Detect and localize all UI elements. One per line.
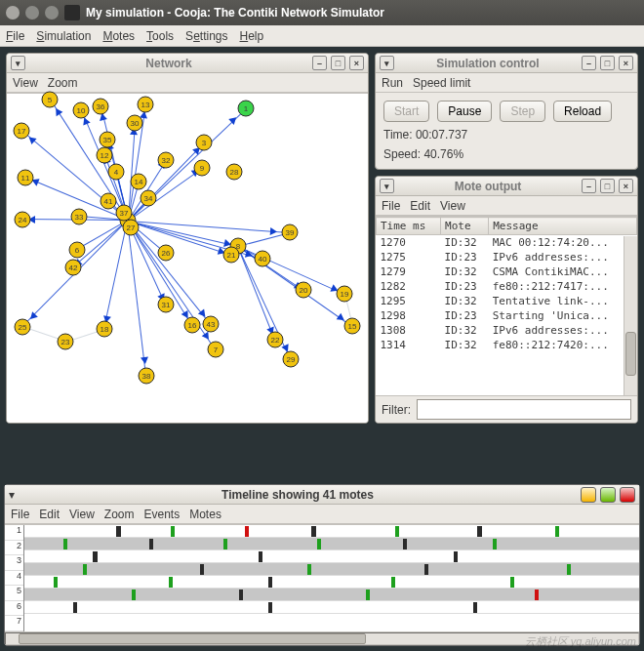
network-node[interactable]: 17 [14, 123, 30, 140]
network-node[interactable]: 6 [69, 242, 86, 259]
network-node[interactable]: 35 [100, 132, 116, 148]
tl-menu-zoom[interactable]: Zoom [104, 508, 135, 521]
network-menu-view[interactable]: View [13, 76, 38, 90]
menu-simulation[interactable]: Simulation [36, 29, 91, 43]
network-node[interactable]: 3 [196, 135, 213, 151]
network-canvas[interactable]: 1234567891011121314151617181920212223242… [7, 93, 368, 423]
minimize-icon[interactable]: – [312, 56, 327, 70]
filter-input[interactable] [417, 399, 631, 420]
pause-button[interactable]: Pause [437, 101, 492, 122]
mote-menu-view[interactable]: View [440, 199, 465, 213]
sim-menu-run[interactable]: Run [382, 76, 403, 90]
network-node[interactable]: 41 [101, 193, 117, 210]
menu-file[interactable]: File [6, 29, 24, 43]
panel-menu-icon[interactable]: ▾ [11, 56, 25, 70]
network-node[interactable]: 24 [15, 212, 31, 228]
network-node[interactable]: 11 [18, 170, 34, 186]
table-row[interactable]: 1295ID:32Tentative link-... [377, 294, 637, 308]
minimize-icon[interactable] [25, 6, 39, 20]
maximize-icon[interactable] [600, 487, 616, 503]
network-node[interactable]: 43 [203, 316, 220, 333]
close-icon[interactable]: × [619, 179, 633, 193]
menu-help[interactable]: Help [240, 29, 264, 43]
mote-menu-edit[interactable]: Edit [410, 199, 430, 213]
maximize-icon[interactable] [45, 6, 59, 20]
table-row[interactable]: 1279ID:32CSMA ContikiMAC... [377, 264, 637, 279]
timeline-canvas[interactable] [24, 525, 639, 631]
network-node[interactable]: 27 [123, 220, 140, 236]
col-message[interactable]: Message [489, 218, 637, 235]
panel-menu-icon[interactable]: ▾ [380, 56, 394, 70]
network-node[interactable]: 39 [282, 224, 299, 241]
network-node[interactable]: 5 [42, 92, 59, 108]
table-row[interactable]: 1270ID:32MAC 00:12:74:20... [377, 235, 637, 251]
menu-settings[interactable]: Settings [185, 29, 227, 43]
menu-motes[interactable]: Motes [102, 29, 135, 43]
sim-menu-speedlimit[interactable]: Speed limit [413, 76, 470, 90]
tl-menu-view[interactable]: View [69, 508, 95, 521]
network-node[interactable]: 22 [267, 332, 284, 348]
network-node[interactable]: 19 [337, 286, 353, 303]
network-node[interactable]: 34 [141, 190, 157, 207]
network-node[interactable]: 15 [344, 318, 361, 335]
network-menu-zoom[interactable]: Zoom [48, 76, 78, 90]
reload-button[interactable]: Reload [553, 101, 612, 122]
network-node[interactable]: 29 [283, 351, 300, 368]
menu-tools[interactable]: Tools [146, 29, 174, 43]
minimize-icon[interactable]: – [582, 56, 596, 70]
tl-menu-file[interactable]: File [11, 508, 29, 521]
maximize-icon[interactable]: □ [331, 56, 345, 70]
close-icon[interactable] [6, 6, 20, 20]
table-row[interactable]: 1282ID:23fe80::212:7417:... [377, 279, 637, 294]
network-node[interactable]: 33 [71, 209, 88, 225]
panel-menu-icon[interactable]: ▾ [380, 179, 394, 193]
table-row[interactable]: 1275ID:23IPv6 addresses:... [377, 250, 637, 264]
tl-menu-events[interactable]: Events [144, 508, 181, 521]
start-button[interactable]: Start [383, 101, 429, 122]
maximize-icon[interactable]: □ [600, 179, 615, 193]
close-icon[interactable] [620, 487, 635, 503]
network-node[interactable]: 18 [97, 321, 113, 338]
network-node[interactable]: 25 [15, 319, 31, 336]
network-node[interactable]: 37 [116, 205, 133, 222]
table-row[interactable]: 1314ID:32fe80::212:7420:... [377, 338, 637, 352]
col-mote[interactable]: Mote [441, 218, 489, 235]
network-node[interactable]: 40 [255, 251, 271, 267]
scroll-thumb[interactable] [625, 332, 636, 377]
close-icon[interactable]: × [619, 56, 633, 70]
network-node[interactable]: 32 [158, 152, 175, 169]
panel-menu-icon[interactable]: ▾ [9, 488, 15, 502]
close-icon[interactable]: × [349, 56, 364, 70]
network-node[interactable]: 9 [194, 160, 211, 177]
network-node[interactable]: 26 [158, 245, 175, 262]
mote-menu-file[interactable]: File [382, 199, 400, 213]
network-node[interactable]: 38 [139, 368, 155, 385]
network-node[interactable]: 10 [73, 102, 90, 119]
minimize-icon[interactable]: – [582, 179, 596, 193]
network-node[interactable]: 12 [97, 147, 113, 164]
step-button[interactable]: Step [500, 101, 545, 122]
network-node[interactable]: 20 [296, 282, 312, 299]
network-node[interactable]: 14 [131, 174, 147, 190]
tl-menu-edit[interactable]: Edit [39, 508, 60, 521]
tl-menu-motes[interactable]: Motes [189, 508, 221, 521]
mote-scrollbar[interactable] [624, 236, 637, 395]
maximize-icon[interactable]: □ [600, 56, 615, 70]
network-node[interactable]: 23 [58, 334, 74, 350]
network-node[interactable]: 31 [158, 297, 175, 313]
table-row[interactable]: 1308ID:32IPv6 addresses:... [377, 323, 637, 338]
network-node[interactable]: 16 [184, 317, 201, 334]
network-node[interactable]: 42 [65, 260, 82, 276]
minimize-icon[interactable] [581, 487, 596, 503]
scroll-thumb[interactable] [19, 633, 366, 644]
network-node[interactable]: 28 [226, 164, 243, 181]
network-node[interactable]: 21 [223, 247, 240, 264]
network-node[interactable]: 36 [93, 99, 109, 115]
network-node[interactable]: 1 [238, 101, 255, 117]
network-node[interactable]: 7 [208, 342, 224, 358]
network-node[interactable]: 30 [127, 115, 143, 132]
table-row[interactable]: 1298ID:23Starting 'Unica... [377, 308, 637, 323]
network-node[interactable]: 13 [138, 97, 154, 113]
network-node[interactable]: 4 [108, 164, 125, 181]
col-time[interactable]: Time ms [377, 218, 441, 235]
